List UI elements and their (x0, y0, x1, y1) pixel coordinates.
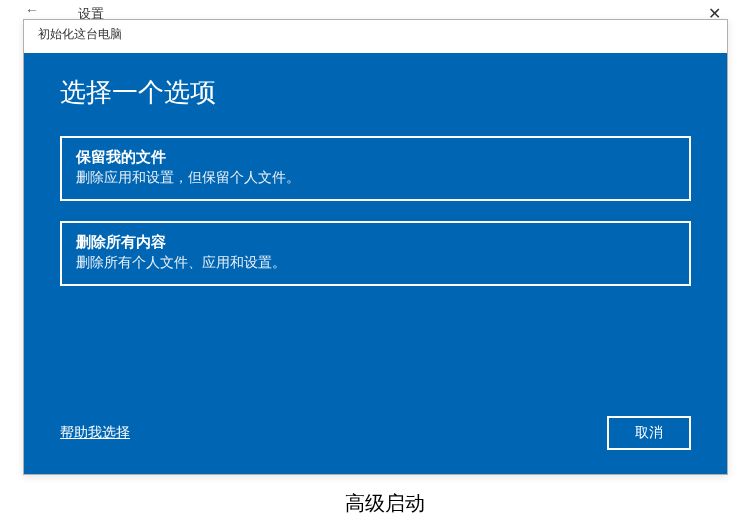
option-remove-everything-desc: 删除所有个人文件、应用和设置。 (76, 254, 675, 272)
help-me-choose-link[interactable]: 帮助我选择 (60, 424, 130, 442)
option-remove-everything-title: 删除所有内容 (76, 233, 675, 252)
dialog-footer: 帮助我选择 取消 (60, 416, 691, 450)
option-keep-files[interactable]: 保留我的文件 删除应用和设置，但保留个人文件。 (60, 136, 691, 201)
dialog-titlebar: 初始化这台电脑 (24, 20, 727, 53)
cancel-button[interactable]: 取消 (607, 416, 691, 450)
advanced-startup-heading: 高级启动 (345, 490, 425, 517)
dialog-body: 选择一个选项 保留我的文件 删除应用和设置，但保留个人文件。 删除所有内容 删除… (24, 53, 727, 474)
option-remove-everything[interactable]: 删除所有内容 删除所有个人文件、应用和设置。 (60, 221, 691, 286)
back-arrow-icon[interactable]: ← (25, 2, 39, 18)
dialog-heading: 选择一个选项 (60, 75, 691, 110)
option-keep-files-desc: 删除应用和设置，但保留个人文件。 (76, 169, 675, 187)
reset-pc-dialog: 初始化这台电脑 选择一个选项 保留我的文件 删除应用和设置，但保留个人文件。 删… (23, 19, 728, 475)
option-keep-files-title: 保留我的文件 (76, 148, 675, 167)
